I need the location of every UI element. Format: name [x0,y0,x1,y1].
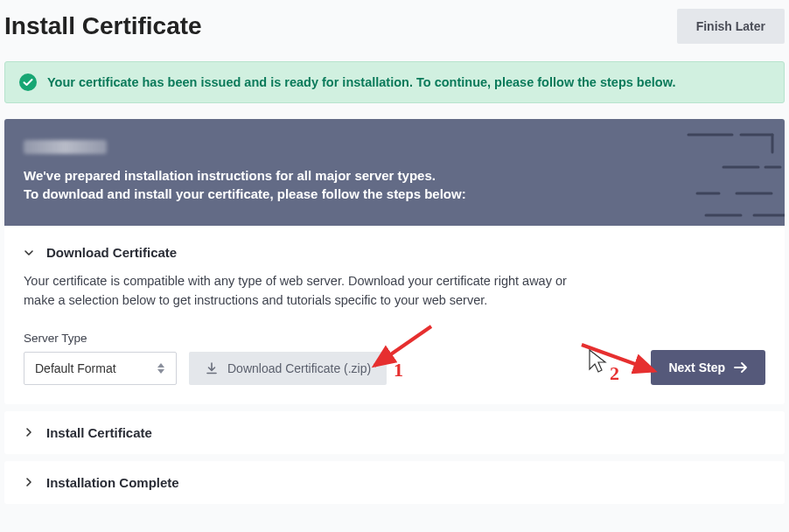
next-step-button[interactable]: Next Step [651,350,765,385]
download-certificate-section: Download Certificate Your certificate is… [4,226,785,404]
page-title: Install Certificate [4,12,202,40]
chevron-down-icon [24,248,34,258]
success-alert: Your certificate has been issued and is … [4,61,785,103]
download-button-label: Download Certificate (.zip) [227,361,371,375]
installation-complete-step[interactable]: Installation Complete [4,461,785,504]
server-type-value: Default Format [35,361,116,375]
chevron-right-icon [24,477,34,487]
install-step-title: Install Certificate [46,425,152,440]
server-illustration-icon [618,128,785,226]
download-icon [205,361,219,375]
arrow-right-icon [734,362,748,373]
download-certificate-button[interactable]: Download Certificate (.zip) [189,352,387,385]
select-caret-icon [157,361,165,375]
domain-placeholder [24,140,107,154]
check-circle-icon [19,74,37,91]
section-header[interactable]: Download Certificate [24,245,765,260]
install-certificate-step[interactable]: Install Certificate [4,411,785,454]
svg-point-0 [19,74,37,91]
server-type-label: Server Type [24,332,177,345]
alert-text: Your certificate has been issued and is … [47,75,675,89]
next-button-label: Next Step [668,360,725,374]
download-section-title: Download Certificate [46,245,177,260]
download-description: Your certificate is compatible with any … [24,272,583,311]
instructions-banner: We've prepared installation instructions… [4,119,785,226]
server-type-select[interactable]: Default Format [24,352,177,385]
finish-later-button[interactable]: Finish Later [677,9,785,44]
complete-step-title: Installation Complete [46,475,179,490]
chevron-right-icon [24,427,34,438]
